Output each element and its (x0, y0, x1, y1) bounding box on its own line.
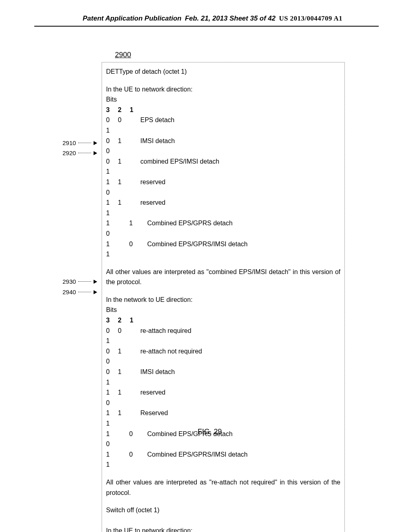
header-left: Patent Application Publication (83, 15, 181, 23)
switch-off-title: Switch off (octet 1) (106, 505, 340, 515)
arrow-icon (94, 151, 97, 155)
ue-note: All other values are interpreted as "com… (106, 267, 340, 287)
table-row-new: 1 0 1Combined EPS/GPRS/IMSI detach (106, 239, 340, 260)
table-row: 0 1 0IMSI detach (106, 136, 340, 156)
leader-line (78, 143, 91, 143)
arrow-icon (94, 290, 97, 294)
table-row: 0 0 1re-attach required (106, 326, 340, 346)
detach-type-box: DETType of detach (octet 1) In the UE to… (102, 62, 345, 532)
table-row: 0 1 1IMSI detach (106, 367, 340, 387)
net-note: All other values are interpreted as "re-… (106, 477, 340, 498)
callout-2930: 2930 (63, 278, 97, 285)
table-row: 0 1 1combined EPS/IMSI detach (106, 156, 340, 177)
ue-to-network-subtitle: In the UE to network direction: (106, 84, 340, 95)
header-right: US 2013/0044709 A1 (279, 15, 342, 23)
table-row: 0 0 1EPS detach (106, 115, 340, 135)
callout-2940: 2940 (63, 289, 97, 295)
table-row: 1 1 1Reserved (106, 408, 340, 428)
bits-label: Bits (106, 94, 340, 105)
bits-header: 3 2 1 (106, 315, 340, 326)
leader-line (78, 281, 91, 282)
table-row: 1 1 0reserved (106, 387, 340, 408)
leader-line (78, 292, 91, 292)
table-row: 1 1 0reserved (106, 177, 340, 197)
bits-header: 3 2 1 (106, 105, 340, 115)
table-row: 1 1 1reserved (106, 197, 340, 218)
header-center: Feb. 21, 2013 Sheet 35 of 42 (185, 15, 275, 23)
figure-caption: FIG. 29 (198, 428, 222, 436)
page-header: Patent Application Publication Feb. 21, … (34, 0, 379, 27)
table-row: 0 1 0re-attach not required (106, 346, 340, 367)
network-to-ue-subtitle: In the network to UE direction: (106, 295, 340, 305)
table-row-new: 1 0 0Combined EPS/GPRS detach (106, 429, 340, 449)
bits-label: Bits (106, 305, 340, 315)
arrow-icon (94, 141, 97, 145)
callout-2920: 2920 (63, 150, 97, 156)
figure-number: 2900 (115, 51, 131, 59)
callout-2910: 2910 (63, 139, 97, 146)
leader-line (78, 153, 91, 153)
box-title: DETType of detach (octet 1) (106, 66, 340, 77)
table-row-new: 1 0 1Combined EPS/GPRS/IMSI detach (106, 449, 340, 470)
switch-subtitle: In the UE to network direction: (106, 526, 340, 532)
arrow-icon (94, 280, 97, 284)
table-row-new: 1 1 0Combined EPS/GPRS detach (106, 218, 340, 239)
